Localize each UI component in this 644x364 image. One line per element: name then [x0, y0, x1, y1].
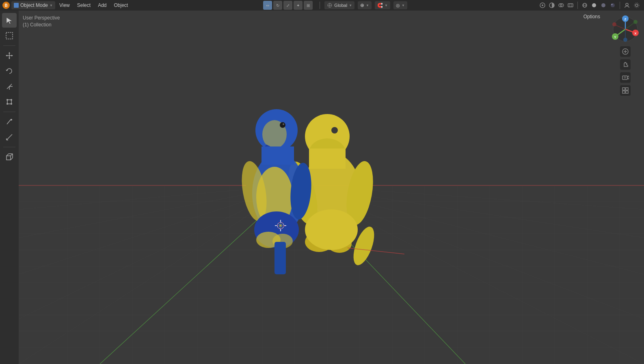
svg-rect-45	[6, 156, 11, 160]
menu-object[interactable]: Object	[110, 1, 131, 9]
svg-point-16	[592, 3, 596, 7]
top-bar-center: ⇔ ↻ ⤢ ✦ ⊞ Global ▼ ⊕ ▼ 🧲 ▼	[133, 1, 535, 10]
zoom-fit-icon[interactable]	[620, 46, 631, 57]
material-btn[interactable]	[599, 1, 607, 9]
snap-btn[interactable]: 🧲 ▼	[375, 1, 390, 9]
viewport-canvas	[19, 11, 644, 364]
mode-label: Object Mode	[20, 2, 48, 8]
svg-point-101	[331, 127, 338, 134]
svg-point-17	[601, 3, 605, 7]
toolbar-sep-2	[3, 112, 15, 112]
xray-icon[interactable]	[566, 1, 575, 9]
svg-marker-155	[627, 76, 629, 79]
viewport-shading-icon[interactable]	[548, 1, 556, 9]
svg-point-145	[612, 22, 616, 26]
svg-marker-27	[9, 52, 10, 54]
wireframe-btn[interactable]	[581, 1, 589, 9]
svg-text:X: X	[634, 32, 637, 35]
transform-icon-btn[interactable]: ✦	[294, 1, 303, 10]
svg-point-41	[11, 119, 12, 121]
svg-line-40	[7, 119, 11, 124]
svg-point-38	[6, 103, 8, 105]
collection-label: (1) Collection	[23, 22, 60, 28]
snap-dropdown: ▼	[385, 4, 388, 7]
svg-text:Z: Z	[625, 17, 627, 21]
options-button[interactable]: Options	[580, 13, 603, 20]
toolbar-measure-btn[interactable]	[2, 130, 17, 144]
toolbar-annotate-btn[interactable]	[2, 114, 17, 129]
mode-selector[interactable]: Object Mode ▼	[11, 1, 55, 9]
svg-rect-100	[309, 149, 346, 169]
proportional-dropdown: ▼	[402, 4, 405, 7]
toolbar-transform-btn[interactable]	[2, 95, 17, 109]
svg-rect-159	[622, 91, 625, 93]
svg-point-18	[611, 3, 615, 7]
orientation-btn[interactable]: Global ▼	[324, 1, 354, 9]
viewport[interactable]: User Perspective (1) Collection Options …	[19, 11, 644, 364]
move-icon-btn[interactable]: ⇔	[263, 1, 272, 10]
mode-icon	[14, 3, 19, 8]
svg-rect-114	[261, 146, 294, 165]
pivot-btn[interactable]: ⊕ ▼	[358, 1, 372, 9]
svg-marker-28	[9, 58, 10, 59]
pivot-dropdown: ▼	[366, 4, 369, 7]
separator-1	[320, 2, 320, 9]
toolbar-move-btn[interactable]	[2, 48, 17, 63]
svg-point-36	[6, 99, 8, 101]
options-label: Options	[583, 14, 600, 19]
scene-icon[interactable]	[538, 1, 547, 9]
svg-point-112	[280, 122, 285, 128]
svg-point-37	[11, 99, 12, 101]
hand-tool-icon[interactable]	[620, 59, 631, 70]
svg-rect-160	[626, 91, 628, 93]
svg-point-156	[624, 77, 626, 78]
left-toolbar	[0, 11, 19, 364]
top-bar-right	[535, 1, 644, 9]
solid-btn[interactable]	[590, 1, 598, 9]
toolbar-select-box-btn[interactable]	[2, 28, 17, 43]
svg-line-42	[6, 134, 12, 140]
svg-point-113	[283, 123, 284, 125]
svg-point-143	[623, 38, 627, 42]
svg-rect-157	[622, 88, 625, 90]
camera-nav-icon[interactable]	[620, 72, 631, 83]
rotate-icon-btn[interactable]: ↻	[273, 1, 282, 10]
user-icon[interactable]	[623, 1, 631, 9]
svg-point-19	[612, 4, 613, 5]
top-right-icons	[538, 1, 575, 9]
svg-point-22	[634, 3, 639, 8]
svg-rect-24	[6, 32, 13, 39]
svg-rect-35	[7, 100, 11, 104]
svg-rect-10	[568, 4, 573, 7]
nav-cluster: Z X Y	[611, 15, 640, 96]
toolbar-add-cube-btn[interactable]	[2, 150, 17, 164]
viewport-info: User Perspective (1) Collection	[23, 15, 60, 28]
svg-marker-30	[11, 55, 13, 56]
toolbar-rotate-btn[interactable]	[2, 64, 17, 78]
svg-rect-158	[626, 88, 628, 90]
menu-add[interactable]: Add	[95, 1, 110, 9]
perspective-label: User Perspective	[23, 15, 60, 22]
toolbar-scale-btn[interactable]	[2, 79, 17, 94]
toolbar-strip-left: ⇔ ↻ ⤢ ✦ ⊞	[261, 1, 315, 10]
svg-rect-120	[274, 242, 286, 274]
svg-marker-23	[6, 17, 12, 24]
svg-point-6	[542, 4, 543, 6]
separator-right	[577, 2, 578, 9]
snap-icon: 🧲	[377, 3, 383, 8]
gear-icon[interactable]	[633, 1, 641, 9]
menu-select[interactable]: Select	[74, 1, 94, 9]
menu-view[interactable]: View	[56, 1, 73, 9]
svg-point-106	[305, 209, 358, 250]
scale-icon-btn[interactable]: ⤢	[283, 1, 292, 10]
axis-gizmo[interactable]: Z X Y	[611, 15, 640, 44]
proportional-btn[interactable]: ◎ ▼	[393, 1, 407, 9]
svg-point-39	[11, 103, 12, 105]
toolbar-cursor-btn[interactable]	[2, 13, 17, 28]
mode-dropdown-icon: ▼	[50, 4, 53, 7]
svg-text:B: B	[4, 3, 7, 8]
extra-icon-btn[interactable]: ⊞	[304, 1, 313, 10]
render-btn[interactable]	[609, 1, 617, 9]
view-all-icon[interactable]	[620, 85, 631, 96]
overlay-icon[interactable]	[557, 1, 565, 9]
